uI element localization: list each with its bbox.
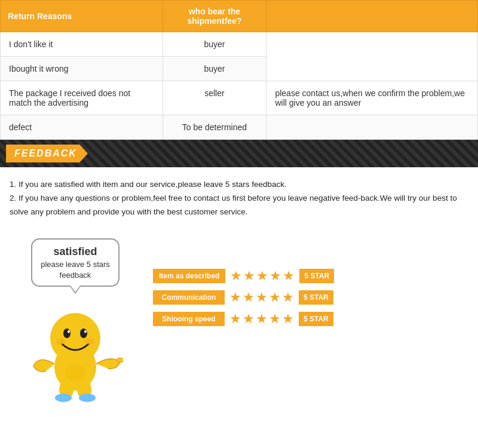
star-icon: ★	[282, 290, 294, 305]
stars-communication: ★ ★ ★ ★ ★	[229, 290, 294, 305]
svg-point-4	[68, 330, 70, 333]
star-icon: ★	[283, 268, 295, 284]
bubble-text-line1: satisfied	[41, 244, 110, 259]
smiley-section: satisfied please leave 5 stars feedback	[10, 238, 141, 403]
note-cell	[266, 115, 478, 140]
feedback-line1: 1. If you are satisfied with item and ou…	[10, 178, 468, 192]
svg-point-11	[55, 394, 72, 402]
star-icon: ★	[243, 268, 255, 284]
svg-point-2	[63, 329, 71, 338]
star-icon: ★	[269, 290, 281, 305]
table-header-bearer: who bear the shipmentfee?	[163, 1, 266, 32]
svg-point-13	[65, 364, 86, 381]
svg-point-7	[85, 339, 94, 345]
feedback-label: FEEDBACK	[6, 145, 88, 162]
star-icon: ★	[243, 311, 255, 327]
stars-shipping: ★ ★ ★ ★ ★	[229, 311, 294, 327]
reason-cell: I don't like it	[1, 32, 163, 57]
star-icon: ★	[229, 311, 241, 327]
rating-label-item-described: Item as described	[153, 269, 225, 283]
rating-section: Item as described ★ ★ ★ ★ ★ 5 STAR Commu…	[153, 232, 334, 327]
rating-badge-shipping: 5 STAR	[299, 312, 333, 326]
svg-point-8	[117, 358, 123, 363]
smiley-character	[27, 295, 123, 403]
table-row: The package I received does not match th…	[1, 81, 478, 115]
rating-badge-communication: 5 STAR	[299, 290, 333, 305]
reason-cell: Ibought it wrong	[1, 57, 163, 81]
bearer-cell: buyer	[163, 57, 266, 81]
rating-row-shipping: Shiooing speed ★ ★ ★ ★ ★ 5 STAR	[153, 311, 334, 327]
feedback-bottom-section: satisfied please leave 5 stars feedback	[0, 226, 478, 415]
star-icon: ★	[269, 268, 281, 284]
table-row: I don't like it buyer	[1, 32, 478, 57]
star-icon: ★	[256, 290, 268, 305]
rating-label-shipping: Shiooing speed	[153, 312, 225, 326]
rating-label-communication: Communication	[153, 290, 225, 305]
reason-cell: The package I received does not match th…	[1, 81, 163, 115]
feedback-text-section: 1. If you are satisfied with item and ou…	[0, 167, 478, 226]
svg-point-6	[56, 339, 66, 345]
return-reasons-table: Return Reasons who bear the shipmentfee?…	[0, 0, 478, 140]
star-icon: ★	[229, 290, 241, 305]
svg-point-3	[80, 329, 87, 338]
rating-badge-item-described: 5 STAR	[299, 269, 334, 283]
rating-row-communication: Communication ★ ★ ★ ★ ★ 5 STAR	[153, 290, 334, 305]
star-icon: ★	[282, 311, 294, 327]
table-row: defect To be determined	[1, 115, 478, 140]
bubble-text-line2: please leave 5 stars	[41, 259, 110, 270]
note-cell	[266, 32, 478, 81]
reason-cell: defect	[1, 115, 163, 140]
feedback-line2: 2. If you have any questions or problem,…	[10, 192, 468, 219]
star-icon: ★	[230, 268, 242, 284]
speech-bubble: satisfied please leave 5 stars feedback	[31, 238, 120, 287]
svg-point-5	[84, 330, 87, 333]
bubble-text-line3: feedback	[41, 270, 110, 281]
rating-row-item-described: Item as described ★ ★ ★ ★ ★ 5 STAR	[153, 268, 334, 284]
table-header-reason: Return Reasons	[1, 1, 163, 32]
svg-point-12	[79, 394, 96, 402]
feedback-banner: FEEDBACK	[0, 140, 478, 167]
bearer-cell: seller	[163, 81, 266, 115]
star-icon: ★	[269, 311, 281, 327]
svg-point-1	[50, 313, 100, 363]
bearer-cell: buyer	[163, 32, 266, 57]
star-icon: ★	[256, 268, 268, 284]
note-cell merged-cell: please contact us,when we confirm the pr…	[266, 81, 478, 115]
stars-item-described: ★ ★ ★ ★ ★	[230, 268, 295, 284]
bearer-cell: To be determined	[163, 115, 266, 140]
star-icon: ★	[243, 290, 255, 305]
table-header-note	[266, 1, 478, 32]
star-icon: ★	[256, 311, 268, 327]
